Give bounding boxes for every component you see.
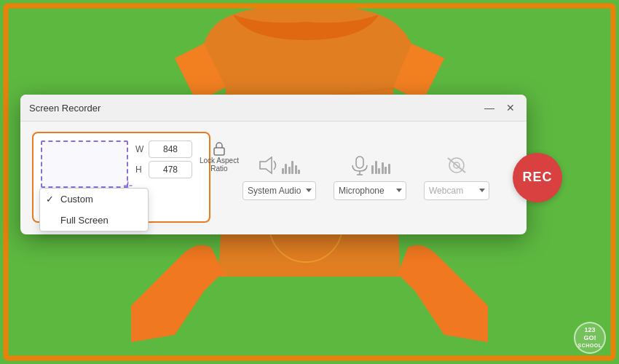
selection-box[interactable] [41, 141, 128, 188]
webcam-section: Webcam [415, 152, 498, 203]
microphone-section: Microphone [325, 152, 415, 203]
region-top: W H Lock Aspect Ratio [41, 141, 202, 188]
logo-text: 123GO!SCHOOL [578, 326, 602, 349]
svg-marker-7 [260, 157, 272, 173]
microphone-icon-wrap [350, 155, 390, 175]
region-area: W H Lock Aspect Ratio [32, 132, 210, 223]
audio-bars-icon [282, 157, 301, 174]
webcam-icon [445, 155, 468, 175]
microphone-icon [350, 155, 370, 175]
microphone-dropdown[interactable]: Microphone [334, 181, 406, 200]
height-label: H [135, 165, 146, 175]
width-input[interactable] [149, 141, 192, 158]
logo: 123GO!SCHOOL [574, 322, 606, 354]
title-bar: Screen Recorder — ✕ [20, 95, 527, 122]
height-row: H [135, 161, 192, 178]
wh-inputs: W H [135, 141, 192, 178]
lock-icon [213, 141, 226, 157]
webcam-icon-wrap [445, 155, 468, 175]
dropdown-item-custom[interactable]: Custom [40, 189, 148, 210]
title-bar-controls: — ✕ [481, 100, 518, 115]
mic-bars-icon [371, 157, 390, 174]
webcam-dropdown[interactable]: Webcam [424, 181, 489, 200]
system-audio-icon-wrap [259, 155, 301, 175]
screen-recorder-dialog: Screen Recorder — ✕ W H [20, 95, 527, 234]
rec-button[interactable]: REC [513, 153, 562, 202]
dropdown-menu: Custom Full Screen [39, 188, 149, 232]
width-row: W [135, 141, 192, 158]
lock-label2: Ratio [210, 165, 227, 173]
speaker-icon [259, 155, 280, 175]
lock-aspect-ratio[interactable]: Lock Aspect Ratio [200, 141, 239, 173]
av-controls: System Audio [234, 152, 498, 203]
minimize-button[interactable]: — [481, 100, 497, 115]
logo-area: 123GO!SCHOOL [574, 322, 606, 354]
svg-rect-6 [214, 148, 224, 155]
height-input[interactable] [149, 161, 192, 178]
lock-label1: Lock Aspect [200, 157, 239, 165]
svg-line-13 [448, 158, 465, 173]
svg-rect-8 [356, 157, 363, 168]
width-label: W [135, 144, 146, 154]
dialog-content: W H Lock Aspect Ratio [20, 122, 527, 234]
system-audio-section: System Audio [234, 152, 325, 203]
system-audio-dropdown[interactable]: System Audio [243, 181, 316, 200]
dropdown-item-fullscreen[interactable]: Full Screen [40, 210, 148, 231]
dialog-title: Screen Recorder [29, 103, 100, 114]
close-button[interactable]: ✕ [503, 100, 518, 115]
